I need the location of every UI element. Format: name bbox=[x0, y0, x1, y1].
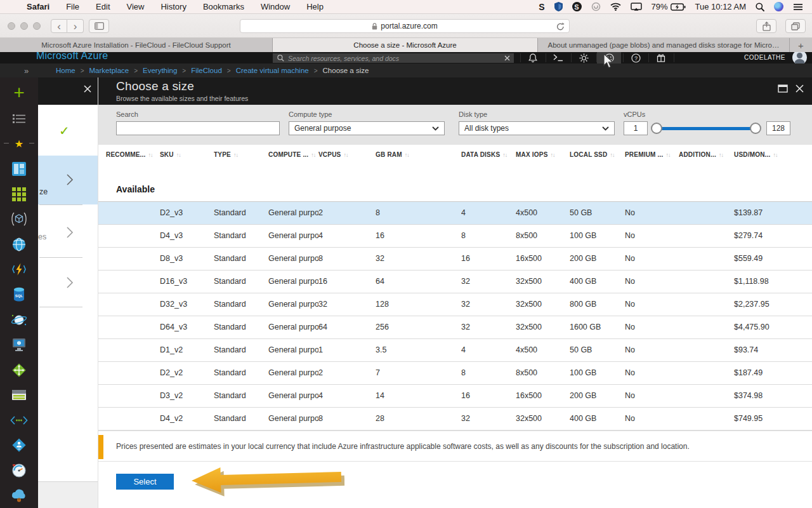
settings-button[interactable] bbox=[572, 52, 596, 64]
column-header[interactable]: RECOMME...↑↓ bbox=[106, 151, 160, 158]
menubar-item[interactable]: Window bbox=[261, 2, 290, 11]
table-row[interactable]: D32_v3StandardGeneral purpose321283232x5… bbox=[98, 293, 812, 316]
menubar-item[interactable]: Edit bbox=[96, 2, 110, 11]
slider-handle-max[interactable] bbox=[750, 123, 761, 134]
select-button[interactable]: Select bbox=[116, 474, 174, 490]
slider-handle-min[interactable] bbox=[651, 123, 662, 134]
minimize-window-button[interactable] bbox=[20, 22, 28, 30]
sidebar-item-all-services[interactable] bbox=[0, 107, 38, 132]
sidebar-item-sql-databases[interactable]: SQL bbox=[0, 282, 38, 307]
swirl-status-icon[interactable] bbox=[591, 2, 601, 11]
disk-type-select[interactable]: All disk types bbox=[459, 121, 615, 135]
skype-status-icon[interactable]: S bbox=[572, 2, 582, 11]
vcpu-min-input[interactable]: 1 bbox=[624, 121, 648, 135]
sidebar-item-create-resource[interactable]: + bbox=[0, 81, 38, 107]
menubar-clock[interactable]: Tue 10:12 AM bbox=[695, 2, 746, 11]
new-tab-button[interactable]: + bbox=[790, 38, 812, 52]
sidebar-item-favorites[interactable]: ★ bbox=[0, 131, 38, 157]
siri-icon[interactable] bbox=[774, 2, 783, 11]
cloud-shell-button[interactable] bbox=[546, 52, 570, 64]
sidebar-item-dashboard[interactable] bbox=[0, 157, 38, 182]
sidebar-item-virtual-machines[interactable] bbox=[0, 332, 38, 358]
forward-button[interactable]: › bbox=[67, 19, 84, 33]
menubar-item[interactable]: Bookmarks bbox=[203, 2, 244, 11]
column-header[interactable]: SKU↑↓ bbox=[160, 151, 214, 158]
search-input[interactable] bbox=[117, 122, 279, 135]
column-header[interactable]: GB RAM↑↓ bbox=[376, 151, 461, 158]
battery-charging-icon[interactable] bbox=[671, 3, 686, 11]
table-row[interactable]: D4_v3StandardGeneral purpose41688x500100… bbox=[98, 225, 812, 248]
account-name[interactable]: CODELATHE bbox=[744, 54, 785, 61]
table-row[interactable]: D3_v2StandardGeneral purpose4141616x5002… bbox=[98, 385, 812, 408]
share-button[interactable] bbox=[756, 19, 776, 33]
wifi-icon[interactable] bbox=[610, 3, 621, 11]
address-bar[interactable]: portal.azure.com bbox=[240, 19, 570, 33]
column-header[interactable]: MAX IOPS↑↓ bbox=[516, 151, 570, 158]
wizard-step-size[interactable]: ze bbox=[38, 156, 98, 204]
azure-search-bar[interactable]: Search resources, services, and docs bbox=[273, 53, 514, 63]
sidebar-item-azure-active-directory[interactable] bbox=[0, 432, 38, 458]
breadcrumb-link[interactable]: Create virtual machine bbox=[236, 67, 309, 74]
whats-new-button[interactable] bbox=[649, 52, 673, 64]
panel-close-icon[interactable] bbox=[795, 84, 804, 93]
breadcrumb-link[interactable]: Everything bbox=[143, 67, 177, 74]
table-row[interactable]: D1_v2StandardGeneral purpose13.544x50050… bbox=[98, 339, 812, 362]
size-search-field[interactable] bbox=[116, 121, 280, 135]
airplay-display-icon[interactable] bbox=[631, 3, 642, 11]
compute-type-select[interactable]: General purpose bbox=[289, 121, 445, 135]
sidebar-item-resource-groups[interactable] bbox=[0, 207, 38, 232]
tab-managed-disks[interactable]: About unmanaged (page blobs) and managed… bbox=[538, 38, 790, 52]
tab-filecloud-support[interactable]: Microsoft Azure Installation - FileCloud… bbox=[0, 38, 273, 52]
column-header[interactable]: DATA DISKS↑↓ bbox=[461, 151, 516, 158]
breadcrumb-link[interactable]: Home bbox=[56, 67, 75, 74]
breadcrumb-link[interactable]: FileCloud bbox=[191, 67, 222, 74]
wizard-step-summary[interactable] bbox=[38, 257, 98, 307]
sidebar-item-function-apps[interactable] bbox=[0, 257, 38, 283]
tab-overview-button[interactable] bbox=[785, 19, 806, 33]
menubar-item[interactable]: File bbox=[66, 2, 79, 11]
zoom-window-button[interactable] bbox=[33, 22, 41, 30]
table-row[interactable]: D2_v2StandardGeneral purpose2788x500100 … bbox=[98, 362, 812, 385]
table-row[interactable]: D16_v3StandardGeneral purpose16643232x50… bbox=[98, 271, 812, 293]
column-header[interactable]: ADDITION...↑↓ bbox=[679, 151, 734, 158]
help-button[interactable]: ? bbox=[624, 52, 648, 64]
notifications-bell-button[interactable] bbox=[521, 52, 545, 64]
column-header[interactable]: PREMIUM ...↑↓ bbox=[625, 151, 679, 158]
menubar-item[interactable]: History bbox=[160, 2, 186, 11]
menubar-item[interactable]: View bbox=[127, 2, 145, 11]
avatar[interactable] bbox=[792, 52, 807, 64]
table-row[interactable]: D4_v2StandardGeneral purpose8283232x5004… bbox=[98, 408, 812, 431]
sidebar-expand-icon[interactable]: » bbox=[24, 66, 29, 76]
blade-close-icon[interactable] bbox=[83, 84, 92, 93]
table-row[interactable]: D8_v3StandardGeneral purpose8321616x5002… bbox=[98, 248, 812, 271]
spotlight-search-icon[interactable] bbox=[756, 3, 764, 11]
sidebar-item-app-services[interactable] bbox=[0, 232, 38, 257]
sidebar-item-cosmos-db[interactable] bbox=[0, 307, 38, 333]
sidebar-item-all-resources[interactable] bbox=[0, 182, 38, 207]
column-header[interactable]: COMPUTE ...↑↓ bbox=[268, 151, 318, 158]
tab-choose-a-size[interactable]: Choose a size - Microsoft Azure bbox=[273, 38, 538, 52]
reload-icon[interactable] bbox=[556, 22, 565, 31]
column-header[interactable]: LOCAL SSD↑↓ bbox=[570, 151, 625, 158]
clear-search-icon[interactable] bbox=[504, 55, 510, 61]
notification-center-icon[interactable] bbox=[793, 3, 803, 11]
close-window-button[interactable] bbox=[8, 22, 15, 30]
vcpu-slider[interactable] bbox=[652, 121, 760, 135]
sidebar-item-load-balancers[interactable] bbox=[0, 358, 38, 383]
slider-track[interactable] bbox=[652, 127, 760, 130]
wizard-step-settings[interactable]: es bbox=[38, 204, 98, 257]
azure-logo[interactable]: Microsoft Azure bbox=[36, 52, 108, 62]
menubar-item[interactable]: Help bbox=[306, 2, 324, 11]
table-row[interactable]: D2_v3StandardGeneral purpose2844x50050 G… bbox=[98, 202, 812, 225]
vcpu-max-input[interactable]: 128 bbox=[766, 121, 790, 135]
sidebar-toggle-button[interactable] bbox=[89, 19, 109, 33]
menubar-item[interactable]: Safari bbox=[27, 2, 49, 11]
sidebar-item-advisor[interactable] bbox=[0, 483, 38, 508]
table-row[interactable]: D64_v3StandardGeneral purpose642563232x5… bbox=[98, 316, 812, 339]
sublime-status-icon[interactable]: S bbox=[539, 2, 544, 12]
sidebar-item-storage-accounts[interactable] bbox=[0, 382, 38, 408]
maximize-icon[interactable] bbox=[778, 84, 788, 93]
filecloud-shield-icon[interactable] bbox=[554, 2, 563, 11]
sidebar-item-monitor[interactable] bbox=[0, 458, 38, 483]
column-header[interactable]: TYPE↑↓ bbox=[214, 151, 268, 158]
